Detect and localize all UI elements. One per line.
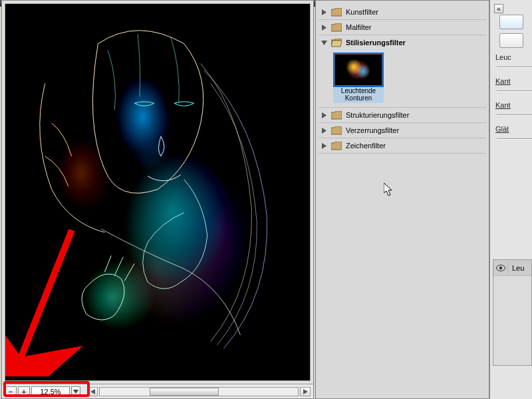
preview-horizontal-scrollbar[interactable] xyxy=(87,387,311,396)
preview-pane: − + 12,5% xyxy=(1,0,314,399)
folder-icon xyxy=(331,23,342,32)
scroll-right-button[interactable] xyxy=(300,387,311,396)
cancel-button[interactable] xyxy=(499,33,523,48)
triangle-right-icon xyxy=(321,128,327,134)
category-zeichenfilter[interactable]: Zeichenfilter xyxy=(317,138,487,153)
category-stilisierungsfilter[interactable]: Stilisierungsfilter xyxy=(317,35,487,50)
filter-leuchtende-konturen[interactable]: Leuchtende Konturen xyxy=(333,53,384,103)
scroll-left-button[interactable] xyxy=(87,387,98,396)
param-edge-width-slider[interactable] xyxy=(497,90,532,92)
zoom-level-value: 12,5% xyxy=(40,388,61,396)
category-label: Verzerrungsfilter xyxy=(346,126,399,134)
svg-point-2 xyxy=(499,266,501,269)
scroll-track[interactable] xyxy=(99,387,299,396)
effect-layers-panel: Leu xyxy=(493,259,532,366)
visibility-toggle-icon[interactable] xyxy=(493,261,508,275)
triangle-right-icon xyxy=(321,143,327,149)
folder-icon xyxy=(331,111,342,120)
zoom-out-button[interactable]: − xyxy=(5,386,17,397)
zoom-bar: − + 12,5% xyxy=(2,384,313,398)
category-label: Stilisierungsfilter xyxy=(346,39,406,47)
filter-thumbnail-image xyxy=(334,54,382,86)
folder-open-icon xyxy=(331,39,342,47)
triangle-right-icon xyxy=(321,9,327,15)
preview-image-edges xyxy=(5,4,310,375)
folder-icon xyxy=(331,142,342,150)
category-label: Strukturierungsfilter xyxy=(346,111,409,119)
filter-options-pane: « Leuc Kant Kant Glät Leu xyxy=(489,0,532,399)
param-smoothing-label: Glät xyxy=(495,125,532,133)
filter-thumbnail-label: Leuchtende Konturen xyxy=(334,87,382,102)
category-strukturierungsfilter[interactable]: Strukturierungsfilter xyxy=(317,108,487,122)
category-label: Zeichenfilter xyxy=(346,142,386,150)
param-edge-width-label: Kant xyxy=(495,77,532,85)
zoom-level-field[interactable]: 12,5% xyxy=(31,386,70,397)
param-edge-brightness-label: Kant xyxy=(495,101,532,109)
filter-thumbnails-row: Leuchtende Konturen xyxy=(317,50,487,107)
triangle-right-icon xyxy=(321,112,327,118)
preview-canvas[interactable] xyxy=(5,3,311,381)
filter-name-label: Leuc xyxy=(495,53,532,61)
triangle-down-icon xyxy=(321,40,327,46)
param-edge-brightness-slider[interactable] xyxy=(497,114,532,116)
filter-category-list: Kunstfilter Malfilter Stilisierungsfilte… xyxy=(316,1,489,398)
filter-gallery-dialog: − + 12,5% Kunstfilter Malfilter xyxy=(0,0,532,399)
scroll-thumb[interactable] xyxy=(150,388,219,396)
param-smoothing-slider[interactable] xyxy=(497,138,532,140)
effect-layer-label: Leu xyxy=(508,264,524,272)
ok-button[interactable] xyxy=(499,15,523,29)
zoom-level-dropdown[interactable] xyxy=(71,386,80,397)
category-kunstfilter[interactable]: Kunstfilter xyxy=(317,5,487,19)
mouse-cursor-icon xyxy=(384,183,393,196)
folder-icon xyxy=(331,126,342,135)
category-malfilter[interactable]: Malfilter xyxy=(317,20,487,35)
effect-layer-row[interactable]: Leu xyxy=(493,260,531,276)
zoom-in-button[interactable]: + xyxy=(18,386,30,397)
filter-category-pane: Kunstfilter Malfilter Stilisierungsfilte… xyxy=(315,0,489,399)
category-label: Malfilter xyxy=(346,23,372,31)
folder-icon xyxy=(331,8,342,17)
category-label: Kunstfilter xyxy=(346,8,378,16)
category-verzerrungsfilter[interactable]: Verzerrungsfilter xyxy=(317,123,487,138)
triangle-right-icon xyxy=(321,25,327,31)
hide-categories-icon[interactable]: « xyxy=(494,4,503,13)
